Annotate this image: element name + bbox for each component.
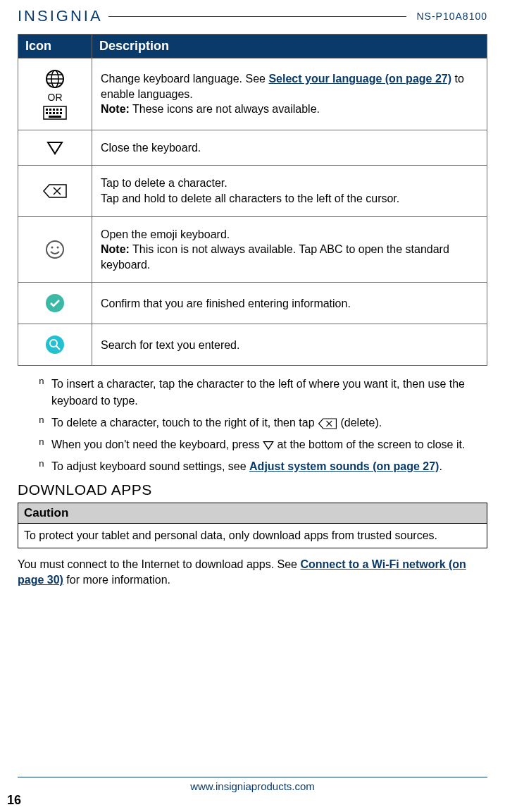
table-row: Open the emoji keyboard. Note: This icon… [18, 216, 487, 283]
svg-rect-7 [49, 109, 51, 111]
svg-rect-8 [53, 109, 55, 111]
table-row: Tap to delete a character. Tap and hold … [18, 166, 487, 216]
table-row: Confirm that you are finished entering i… [18, 283, 487, 324]
list-item: To delete a character, touch to the righ… [39, 414, 487, 431]
svg-marker-17 [48, 142, 62, 154]
table-cell-desc: Change keyboard language. See Select you… [92, 59, 487, 130]
svg-point-25 [46, 336, 64, 354]
table-header-icon: Icon [18, 35, 92, 59]
globe-icon [44, 68, 66, 90]
table-cell-desc: Confirm that you are finished entering i… [92, 283, 487, 324]
svg-rect-15 [60, 112, 62, 114]
emoji-icon [44, 239, 66, 260]
caution-label: Caution [18, 503, 487, 524]
caution-text: To protect your tablet and personal data… [18, 524, 487, 548]
keyboard-icon [43, 106, 67, 120]
brand-logo: INSIGNIA [18, 7, 103, 25]
backspace-inline-icon [318, 417, 337, 430]
adjust-sounds-link[interactable]: Adjust system sounds (on page 27) [249, 460, 439, 472]
table-cell-desc: Open the emoji keyboard. Note: This icon… [92, 216, 487, 283]
svg-marker-31 [263, 441, 273, 449]
list-item: To insert a character, tap the character… [39, 376, 487, 408]
caution-box: Caution To protect your tablet and perso… [18, 503, 487, 548]
svg-rect-12 [49, 112, 51, 114]
svg-point-24 [46, 294, 64, 312]
list-item: To adjust keyboard sound settings, see A… [39, 458, 487, 474]
svg-rect-14 [56, 112, 58, 114]
or-text: OR [27, 91, 83, 104]
model-number: NS-P10A8100 [416, 11, 487, 22]
header-rule [108, 16, 407, 17]
svg-rect-10 [60, 109, 62, 111]
page-number: 16 [7, 793, 21, 808]
svg-rect-6 [46, 109, 48, 111]
table-row: OR Change keyboard language. See Select … [18, 59, 487, 130]
table-row: Close the keyboard. [18, 130, 487, 166]
svg-point-21 [46, 241, 63, 258]
page-footer: www.insigniaproducts.com [18, 777, 487, 792]
table-header-description: Description [92, 35, 487, 59]
page-header: INSIGNIA NS-P10A8100 [18, 0, 487, 25]
svg-marker-28 [319, 419, 337, 429]
svg-point-23 [57, 247, 59, 249]
download-body: You must connect to the Internet to down… [18, 557, 487, 589]
svg-point-22 [51, 247, 54, 249]
table-cell-desc: Search for text you entered. [92, 324, 487, 366]
svg-marker-18 [44, 185, 66, 197]
svg-rect-11 [46, 112, 48, 114]
icon-description-table: Icon Description OR [18, 34, 487, 366]
table-cell-desc: Tap to delete a character. Tap and hold … [92, 166, 487, 216]
svg-rect-16 [49, 116, 61, 118]
backspace-icon [42, 183, 68, 199]
checkmark-circle-icon [44, 293, 66, 314]
search-circle-icon [44, 334, 66, 355]
tips-list: To insert a character, tap the character… [39, 376, 487, 474]
download-apps-heading: DOWNLOAD APPS [18, 481, 487, 498]
svg-rect-13 [53, 112, 55, 114]
table-row: Search for text you entered. [18, 324, 487, 366]
table-cell-desc: Close the keyboard. [92, 130, 487, 166]
select-language-link[interactable]: Select your language (on page 27) [268, 73, 451, 85]
svg-rect-9 [56, 109, 58, 111]
down-triangle-inline-icon [263, 441, 274, 450]
list-item: When you don't need the keyboard, press … [39, 436, 487, 453]
footer-url: www.insigniaproducts.com [18, 780, 487, 792]
down-triangle-icon [46, 141, 63, 155]
